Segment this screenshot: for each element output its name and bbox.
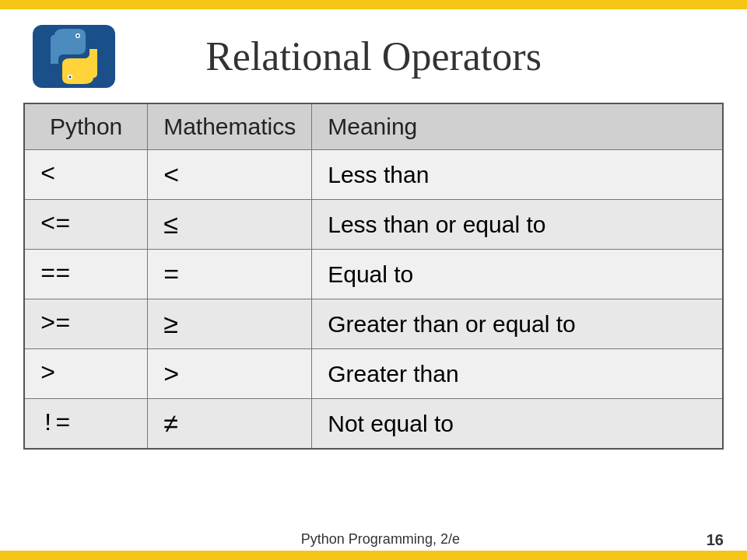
- table-row: ===Equal to: [24, 250, 723, 299]
- cell-meaning: Less than or equal to: [312, 200, 723, 250]
- cell-meaning: Greater than: [312, 349, 723, 399]
- cell-python: !=: [24, 399, 148, 450]
- cell-meaning: Equal to: [312, 250, 723, 299]
- cell-python: >: [24, 349, 148, 399]
- top-accent-bar: [0, 0, 747, 9]
- footer: Python Programming, 2/e 16: [0, 531, 747, 549]
- col-header-meaning: Meaning: [312, 103, 723, 150]
- operators-table: Python Mathematics Meaning <<Less than<=…: [23, 103, 724, 450]
- col-header-python: Python: [24, 103, 148, 150]
- cell-python: <: [24, 150, 148, 200]
- cell-math: ≠: [148, 399, 312, 450]
- cell-math: ≥: [148, 299, 312, 349]
- cell-math: >: [148, 349, 312, 399]
- cell-meaning: Greater than or equal to: [312, 299, 723, 349]
- cell-meaning: Less than: [312, 150, 723, 200]
- cell-meaning: Not equal to: [312, 399, 723, 450]
- header: python python ™ Relational Operators: [0, 9, 747, 103]
- cell-python: ==: [24, 250, 148, 299]
- footer-page-number: 16: [707, 531, 724, 549]
- table-row: !=≠Not equal to: [24, 399, 723, 450]
- footer-label: Python Programming, 2/e: [54, 531, 707, 549]
- cell-python: <=: [24, 200, 148, 250]
- table-row: >=≥Greater than or equal to: [24, 299, 723, 349]
- table-row: >>Greater than: [24, 349, 723, 399]
- cell-math: =: [148, 250, 312, 299]
- page-title: Relational Operators: [31, 33, 716, 79]
- cell-python: >=: [24, 299, 148, 349]
- table-row: <=≤Less than or equal to: [24, 200, 723, 250]
- table-row: <<Less than: [24, 150, 723, 200]
- main-content: Python Mathematics Meaning <<Less than<=…: [23, 103, 724, 521]
- bottom-accent-bar: [0, 551, 747, 560]
- col-header-math: Mathematics: [148, 103, 312, 150]
- cell-math: ≤: [148, 200, 312, 250]
- cell-math: <: [148, 150, 312, 200]
- table-header-row: Python Mathematics Meaning: [24, 103, 723, 150]
